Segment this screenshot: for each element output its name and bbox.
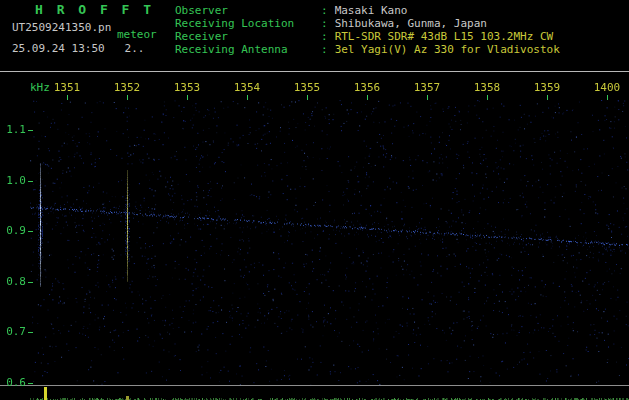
time-tick-label: 1359 (534, 82, 561, 94)
info-label-antenna: Receiving Antenna (175, 43, 321, 56)
info-label-location: Receiving Location (175, 17, 321, 30)
freq-tick-label: 0.7 (4, 326, 26, 338)
info-label-observer: Observer (175, 4, 321, 17)
time-tick-label: 1357 (414, 82, 441, 94)
freq-tick-label: 0.6 (4, 377, 26, 389)
info-row-antenna: Receiving Antenna:3el Yagi(V) Az 330 for… (175, 43, 560, 56)
info-colon: : (321, 43, 328, 56)
freq-tick-label: 0.9 (4, 225, 26, 237)
hrofft-window: H R O F F T UT2509241350.pn meteor 25.09… (0, 0, 629, 400)
info-colon: : (321, 17, 328, 30)
info-value-location: Shibukawa, Gunma, Japan (335, 17, 487, 30)
time-tick-label: 1358 (474, 82, 501, 94)
info-value-observer: Masaki Kano (335, 4, 408, 17)
info-row-receiver: Receiver:RTL-SDR SDR# 43dB L15 103.2MHz … (175, 30, 560, 43)
info-value-receiver: RTL-SDR SDR# 43dB L15 103.2MHz CW (335, 30, 554, 43)
info-label-receiver: Receiver (175, 30, 321, 43)
info-colon: : (321, 4, 328, 17)
output-filename: UT2509241350.pn (12, 22, 111, 34)
strip-separator (0, 385, 629, 386)
time-tick-label: 1400 (594, 82, 621, 94)
info-row-location: Receiving Location:Shibukawa, Gunma, Jap… (175, 17, 560, 30)
freq-tick-label: 1.1 (4, 124, 26, 136)
session-name: meteor (117, 29, 157, 41)
time-tick-label: 1354 (234, 82, 261, 94)
spectrogram-canvas (30, 100, 629, 385)
time-tick-label: 1356 (354, 82, 381, 94)
time-tick-label: 1353 (174, 82, 201, 94)
time-tick-label: 1351 (54, 82, 81, 94)
freq-tick-label: 0.8 (4, 276, 26, 288)
time-tick-label: 1352 (114, 82, 141, 94)
info-colon: : (321, 30, 328, 43)
freq-axis-unit: kHz (30, 82, 50, 94)
app-title: H R O F F T (35, 4, 154, 16)
level-strip-canvas (30, 387, 629, 400)
info-row-observer: Observer:Masaki Kano (175, 4, 560, 17)
freq-tick-label: 1.0 (4, 175, 26, 187)
info-value-antenna: 3el Yagi(V) Az 330 for Vladivostok (335, 43, 560, 56)
station-info: Observer:Masaki Kano Receiving Location:… (175, 4, 560, 56)
time-tick-label: 1355 (294, 82, 321, 94)
datetime-text: 25.09.24 13:50 2.. (12, 43, 144, 55)
header-separator (0, 71, 629, 72)
